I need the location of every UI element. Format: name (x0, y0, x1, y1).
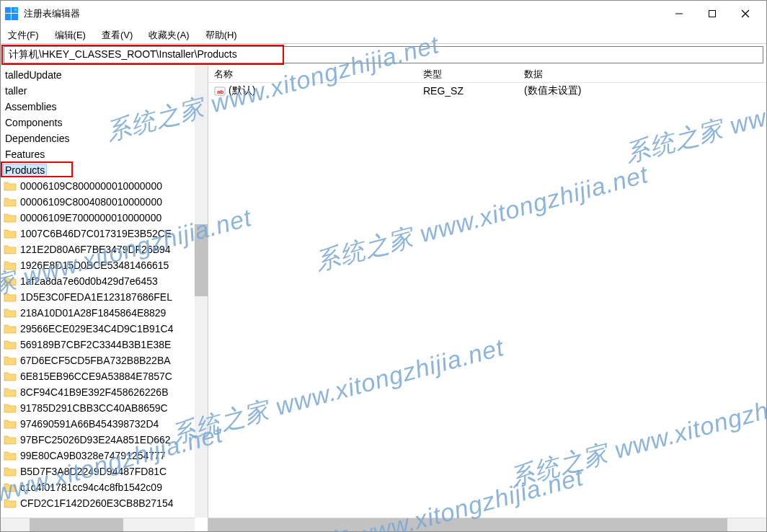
svg-rect-3 (12, 14, 18, 20)
svg-rect-2 (5, 14, 11, 20)
tree-pane[interactable]: talledUpdatetallerAssembliesComponentsDe… (1, 66, 208, 531)
tree-item[interactable]: Features (1, 146, 208, 162)
tree-item[interactable]: 67D6ECF5CD5FBA732B8B22BA (1, 353, 208, 368)
address-input[interactable] (4, 47, 763, 63)
tree-item[interactable]: Components (1, 115, 208, 130)
svg-rect-6 (709, 11, 716, 17)
tree-item-label: Dependencies (4, 133, 71, 144)
tree-item[interactable]: 218A10D01A28F1845864E8829 (1, 305, 208, 321)
tree-item-label: 1D5E3C0FEDA1E123187686FEL (19, 291, 174, 303)
tree-item[interactable]: 1926E8D15D0BCE53481466615 (1, 257, 208, 273)
tree-item-label: taller (4, 85, 28, 97)
menu-help[interactable]: 帮助(H) (203, 27, 240, 43)
folder-icon (4, 213, 17, 223)
tree-item[interactable]: 00006109C8004080010000000 (1, 194, 208, 210)
tree-item-label: 99E80CA9B0328e74791254777 (19, 450, 167, 461)
tree-item[interactable]: 1af2a8da7e60d0b429d7e6453 (1, 273, 208, 289)
column-name[interactable]: 名称 (208, 68, 417, 81)
tree-item[interactable]: 91785D291CBB3CC40AB8659C (1, 400, 208, 416)
tree-item[interactable]: Assemblies (1, 99, 208, 115)
maximize-button[interactable] (696, 2, 729, 25)
menu-favorites[interactable]: 收藏夹(A) (146, 27, 192, 43)
tree-item-label: CFD2C1F142D260E3CB8B27154 (19, 497, 174, 509)
folder-icon (4, 451, 17, 461)
minimize-button[interactable] (662, 2, 696, 25)
folder-icon (4, 355, 17, 365)
tree-item-label: 29566ECE029E34C4D9C1B91C4 (19, 323, 174, 334)
column-data[interactable]: 数据 (518, 68, 766, 81)
folder-icon (4, 435, 17, 445)
menu-view[interactable]: 查看(V) (99, 27, 136, 43)
folder-icon (4, 229, 17, 239)
tree-item-label: 00006109C8000000010000000 (19, 180, 164, 192)
svg-text:ab: ab (217, 89, 223, 95)
list-horizontal-scrollbar[interactable] (208, 518, 766, 531)
tree-item[interactable]: c1c4f01781cc94c4c8fb1542c09 (1, 479, 208, 495)
column-type[interactable]: 类型 (417, 68, 518, 81)
tree-vertical-scrollbar[interactable] (195, 66, 208, 518)
folder-icon (4, 197, 17, 207)
menu-file[interactable]: 文件(F) (5, 27, 42, 43)
svg-point-4 (14, 8, 17, 12)
value-data: (数值未设置) (518, 84, 766, 97)
folder-icon (4, 181, 17, 191)
tree-item[interactable]: 8CF94C41B9E392F458626226B (1, 384, 208, 400)
tree-item-label: 8CF94C41B9E392F458626226B (19, 386, 170, 398)
value-name: (默认) (229, 84, 255, 97)
tree-item-label: 67D6ECF5CD5FBA732B8B22BA (19, 355, 172, 366)
tree-item[interactable]: 6E815EB96CCE9A53884E7857C (1, 368, 208, 384)
tree-item-label: Components (4, 117, 63, 128)
app-icon (5, 7, 18, 20)
tree-item[interactable]: 1007C6B46D7C017319E3B52CE (1, 226, 208, 241)
tree-item[interactable]: 1D5E3C0FEDA1E123187686FEL (1, 289, 208, 305)
folder-icon (4, 260, 17, 270)
folder-icon (4, 387, 17, 397)
svg-rect-0 (5, 7, 11, 13)
folder-icon (4, 482, 17, 492)
tree-item-label: 218A10D01A28F1845864E8829 (19, 307, 167, 319)
list-pane[interactable]: 名称 类型 数据 ab(默认)REG_SZ(数值未设置) (208, 66, 766, 531)
value-type: REG_SZ (417, 85, 518, 97)
tree-item-label: Assemblies (4, 101, 58, 112)
tree-item-label: 974690591A66B454398732D4 (19, 418, 160, 430)
tree-item-label: 00006109E7000000010000000 (19, 212, 163, 223)
tree-item[interactable]: talledUpdate (1, 67, 208, 83)
tree-item-label: 1926E8D15D0BCE53481466615 (19, 260, 170, 271)
tree-item[interactable]: 974690591A66B454398732D4 (1, 416, 208, 432)
tree-item-label: 97BFC25026D93E24A851ED662 (19, 434, 172, 445)
list-header: 名称 类型 数据 (208, 66, 766, 83)
tree-item[interactable]: Products (1, 162, 208, 178)
folder-icon (4, 324, 17, 334)
folder-icon (4, 308, 17, 318)
tree-item[interactable]: B5D7F3A8D2249D94487FD81C (1, 464, 208, 479)
tree-item[interactable]: 00006109E7000000010000000 (1, 210, 208, 226)
tree-item-label: 6E815EB96CCE9A53884E7857C (19, 371, 174, 382)
string-icon: ab (214, 85, 226, 97)
close-button[interactable] (729, 2, 762, 25)
tree-item[interactable]: 97BFC25026D93E24A851ED662 (1, 432, 208, 448)
folder-icon (4, 371, 17, 381)
tree-item[interactable]: 99E80CA9B0328e74791254777 (1, 448, 208, 464)
menubar: 文件(F) 编辑(E) 查看(V) 收藏夹(A) 帮助(H) (1, 27, 766, 44)
list-row[interactable]: ab(默认)REG_SZ(数值未设置) (208, 83, 766, 99)
folder-icon (4, 466, 17, 476)
folder-icon (4, 276, 17, 286)
tree-item[interactable]: 569189B7CBF2C3344B3B1E38E (1, 337, 208, 353)
folder-icon (4, 403, 17, 413)
tree-item-label: 1007C6B46D7C017319E3B52CE (19, 228, 173, 239)
tree-item[interactable]: Dependencies (1, 130, 208, 146)
folder-icon (4, 340, 17, 350)
tree-item[interactable]: 00006109C8000000010000000 (1, 178, 208, 194)
tree-item[interactable]: 29566ECE029E34C4D9C1B91C4 (1, 321, 208, 337)
tree-item[interactable]: CFD2C1F142D260E3CB8B27154 (1, 495, 208, 511)
tree-horizontal-scrollbar[interactable] (1, 518, 195, 531)
folder-icon (4, 419, 17, 429)
tree-item[interactable]: 121E2D80A6F7BE3479DF26B94 (1, 241, 208, 257)
tree-item-label: 1af2a8da7e60d0b429d7e6453 (19, 275, 159, 287)
tree-item-label: talledUpdate (4, 69, 63, 81)
tree-item-label: Products (4, 164, 46, 176)
tree-item-label: c1c4f01781cc94c4c8fb1542c09 (19, 482, 164, 493)
menu-edit[interactable]: 编辑(E) (52, 27, 89, 43)
tree-item[interactable]: taller (1, 83, 208, 99)
address-bar[interactable] (4, 46, 763, 63)
